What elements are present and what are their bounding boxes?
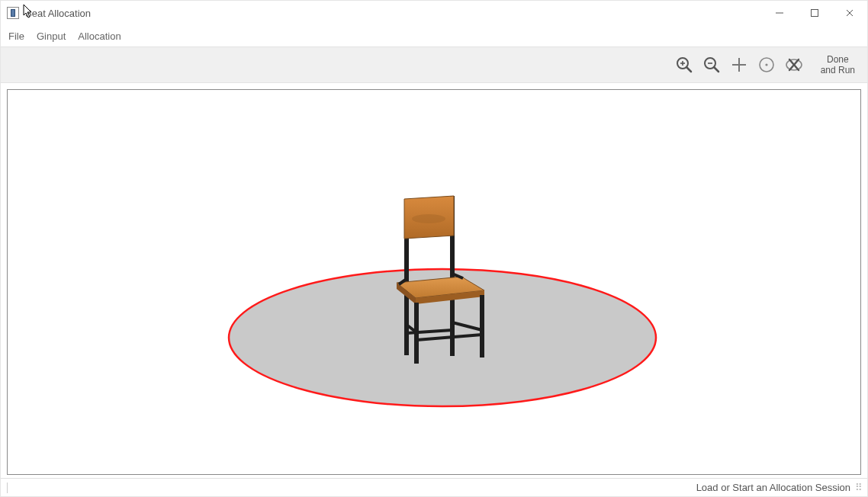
statusbar: Load or Start an Allocation Session ⠿ — [1, 478, 867, 496]
window-title: Seat Allocation — [25, 8, 91, 19]
add-button[interactable] — [728, 53, 751, 76]
window-controls — [762, 1, 867, 25]
svg-line-5 — [686, 67, 691, 72]
canvas[interactable] — [7, 89, 861, 475]
svg-line-9 — [714, 67, 719, 72]
done-and-run-button[interactable]: Done and Run — [816, 53, 860, 78]
zoom-out-button[interactable] — [700, 53, 723, 76]
center-dot-icon — [757, 56, 776, 74]
center-button[interactable] — [755, 53, 778, 76]
svg-rect-1 — [812, 10, 818, 17]
status-separator — [7, 483, 8, 493]
status-text: Load or Start an Allocation Session — [14, 482, 850, 493]
scene-illustration — [8, 90, 860, 474]
canvas-wrap — [1, 83, 867, 478]
zoom-in-icon — [675, 56, 693, 74]
menu-ginput[interactable]: Ginput — [32, 27, 73, 45]
done-line1: Done — [821, 54, 855, 65]
menu-file[interactable]: File — [4, 27, 32, 45]
menubar: File Ginput Allocation — [1, 25, 867, 46]
svg-rect-23 — [480, 295, 484, 358]
resize-grip-icon[interactable]: ⠿ — [855, 482, 861, 493]
svg-point-21 — [412, 214, 445, 223]
app-icon — [7, 7, 19, 19]
plus-icon — [730, 56, 748, 74]
close-button[interactable] — [832, 1, 867, 25]
svg-point-14 — [765, 63, 767, 66]
maximize-button[interactable] — [797, 1, 832, 25]
delete-button[interactable] — [783, 53, 805, 76]
toolbar: Done and Run — [1, 46, 867, 83]
minimize-button[interactable] — [762, 1, 797, 25]
zoom-out-icon — [702, 56, 721, 74]
titlebar: Seat Allocation — [1, 1, 867, 25]
done-line2: and Run — [821, 65, 855, 75]
menu-allocation[interactable]: Allocation — [73, 27, 128, 45]
zoom-in-button[interactable] — [673, 53, 696, 76]
delete-x-icon — [785, 56, 803, 74]
